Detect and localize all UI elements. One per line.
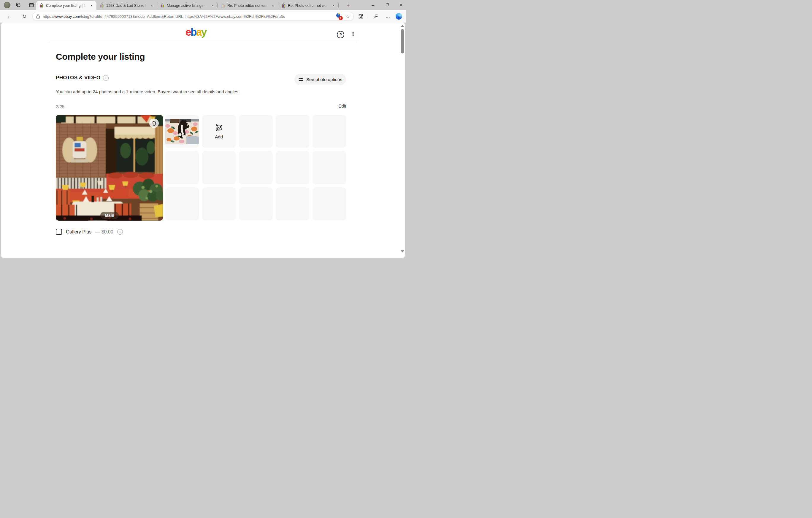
restore-icon [386,3,389,6]
photos-section-header: PHOTOS & VIDEO i [56,75,109,81]
edit-photos-link[interactable]: Edit [334,103,346,108]
scroll-down-arrow[interactable] [401,250,404,252]
fav-line [375,15,378,15]
photo-tile-empty [202,151,236,184]
photo-tile-empty [313,187,346,220]
add-image-icon [215,124,223,132]
main-photo[interactable] [56,115,163,221]
new-tab-button[interactable]: + [344,1,352,9]
see-photo-options-label: See photo options [306,77,342,82]
gallery-plus-price: — $0.00 [95,229,113,235]
scrollbar-thumb[interactable] [401,29,404,53]
tab-close-icon[interactable]: × [210,3,215,8]
page-overflow-menu[interactable]: ⋮ [350,31,356,37]
window-close-button[interactable]: × [396,0,406,9]
logo-letter: e [185,26,191,38]
photo-tile-empty [239,151,272,184]
shopping-bag-favicon [281,3,286,8]
ebay-logo[interactable]: ebay [185,26,206,38]
photo-tile-empty [202,187,236,220]
tab-close-icon[interactable]: × [89,3,94,8]
gallery-plus-info-icon[interactable]: i [117,229,123,235]
tab-title: 1958 Dad & Lad Store, Mai [106,4,147,8]
vertical-tabs-icon[interactable] [28,2,34,8]
profile-avatar[interactable] [4,2,10,8]
restaurant-photo-art [56,115,163,221]
photo-tile-empty [165,187,199,220]
add-favorite-star-icon[interactable]: ☆ [345,13,351,19]
extension-badge-count: 1 [339,16,343,20]
photo-tile-empty [276,187,309,220]
cat-photo-art [165,119,199,144]
shopping-extension-icon[interactable]: 1 [335,13,342,20]
see-photo-options-button[interactable]: See photo options [294,74,346,85]
url-scheme: https:// [43,14,54,19]
copilot-icon [396,13,402,20]
photo-tile-cat[interactable] [165,115,199,148]
tab-close-icon[interactable]: × [270,3,276,8]
photos-heading: PHOTOS & VIDEO [56,75,100,81]
back-button[interactable]: ← [6,13,13,20]
tab-title: Complete your listing | 196 [46,4,87,8]
tab-title: Re: Photo editor not workin [227,4,268,8]
url-host: www.ebay.com [54,14,80,19]
tab-close-icon[interactable]: × [331,3,336,8]
extensions-button[interactable] [357,13,365,20]
extension-dot [338,13,340,15]
lock-icon[interactable] [36,14,40,19]
tab-close-icon[interactable]: × [149,3,154,8]
tab-complete-your-listing[interactable]: Complete your listing | 196 × [36,1,96,10]
url-path: /lstng?draftId=4479255000713&mode=AddIte… [80,14,285,19]
add-photo-button[interactable]: Add [202,115,236,148]
tab-manage-active-listings[interactable]: Manage active listings - eB × [157,1,217,10]
tab-title: Re: Photo editor not workin [288,4,329,8]
logo-letter: a [196,26,201,38]
ebay-bag-favicon [99,3,104,8]
browser-toolbar: ← ↻ https://www.ebay.com/lstng?draftId=4… [0,10,406,23]
photo-tile-empty [276,115,309,148]
photo-tile-empty [276,151,309,184]
logo-letter: y [201,26,206,38]
favorites-button[interactable]: ☆ [372,13,379,20]
question-mark-icon: ? [339,32,342,37]
photo-tile-empty [239,187,272,220]
address-bar[interactable]: https://www.ebay.com/lstng?draftId=44792… [32,12,354,21]
tab-actions-icon[interactable] [16,2,21,8]
tab-photo-editor-1[interactable]: Re: Photo editor not workin × [218,1,278,10]
tab-dad-lad-store[interactable]: 1958 Dad & Lad Store, Mai × [96,1,157,10]
photos-subtitle: You can add up to 24 photos and a 1-minu… [56,89,239,94]
copilot-button[interactable] [395,13,402,20]
photo-tile-empty [165,151,199,184]
gallery-plus-checkbox[interactable] [56,229,62,235]
scroll-up-arrow[interactable] [401,25,404,27]
ebay-bag-favicon [160,3,165,8]
tab-divider [338,3,339,8]
sliders-icon [298,77,303,82]
add-photo-label: Add [215,134,223,139]
photo-counter: 2/25 [56,104,64,109]
page-scrollbar[interactable] [400,23,405,256]
delete-photo-button[interactable] [149,118,159,128]
shopping-bag-favicon [221,3,225,8]
gallery-plus-row: Gallery Plus — $0.00 i [56,229,123,235]
help-button[interactable]: ? [337,31,344,38]
tab-title: Manage active listings - eB [167,4,208,8]
tabs-container: Complete your listing | 196 × 1958 Dad &… [36,0,339,10]
photo-tile-empty [239,115,272,148]
toolbar-divider [368,14,368,19]
settings-more-button[interactable]: … [384,13,392,20]
refresh-button[interactable]: ↻ [21,13,28,20]
page-title: Complete your listing [56,52,145,62]
web-content: ebay ? ⋮ Complete your listing PHOTOS & … [1,23,405,258]
logo-letter: b [191,26,196,38]
ebay-bag-favicon [39,3,44,8]
window-minimize-button[interactable]: – [368,0,378,9]
tab-photo-editor-2[interactable]: Re: Photo editor not workin × [278,1,338,10]
info-icon[interactable]: i [103,75,109,81]
tab-strip: Complete your listing | 196 × 1958 Dad &… [0,0,406,10]
window-restore-button[interactable] [382,0,393,9]
photo-tile-empty [313,115,346,148]
main-photo-badge: Main [100,212,119,219]
url-text[interactable]: https://www.ebay.com/lstng?draftId=44792… [43,14,335,19]
stacked-tabs-icon [16,2,21,8]
